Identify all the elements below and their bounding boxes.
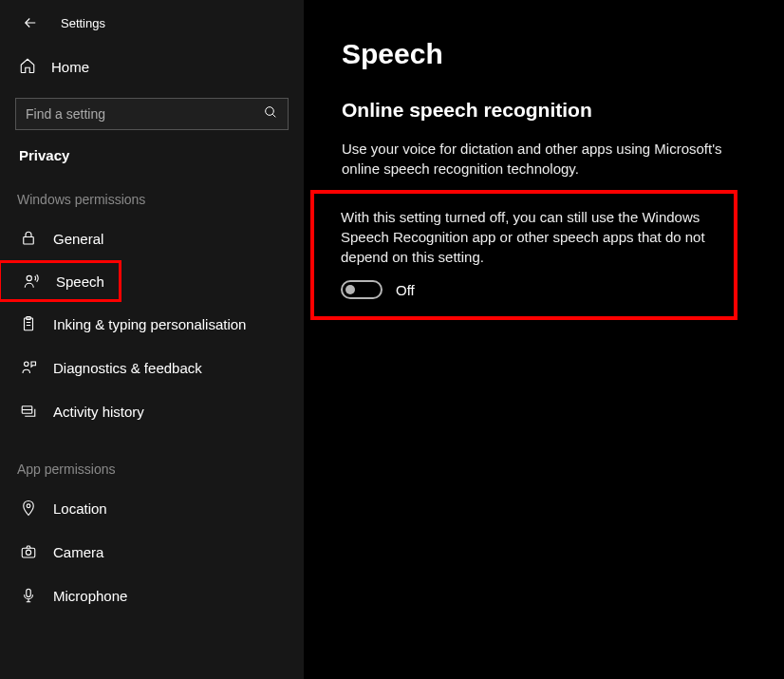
sidebar-item-label: Inking & typing personalisation <box>53 316 246 332</box>
svg-point-0 <box>266 107 274 116</box>
feedback-icon <box>19 358 38 377</box>
clipboard-icon <box>19 314 38 333</box>
microphone-icon <box>19 586 38 605</box>
sidebar-item-camera[interactable]: Camera <box>0 530 304 574</box>
sidebar-item-label: Microphone <box>53 588 127 604</box>
sidebar-item-location[interactable]: Location <box>0 486 304 530</box>
search-icon <box>263 104 278 123</box>
section-title: Online speech recognition <box>342 99 746 122</box>
toggle-state-label: Off <box>396 282 415 298</box>
online-speech-toggle[interactable] <box>341 280 383 299</box>
svg-point-2 <box>27 275 31 280</box>
sidebar-item-inking[interactable]: Inking & typing personalisation <box>0 302 304 346</box>
sidebar: Settings Home Privacy Windows permission… <box>0 0 304 679</box>
app-title: Settings <box>61 16 105 30</box>
sidebar-item-activity[interactable]: Activity history <box>0 389 304 433</box>
sidebar-item-label: General <box>53 231 103 247</box>
sidebar-item-microphone[interactable]: Microphone <box>0 574 304 617</box>
sidebar-item-label: Location <box>53 500 107 517</box>
location-icon <box>19 499 38 518</box>
lock-icon <box>19 229 38 248</box>
sidebar-section-privacy: Privacy <box>0 130 304 163</box>
person-speech-icon <box>22 272 41 291</box>
svg-rect-1 <box>24 237 34 245</box>
sidebar-item-label: Activity history <box>53 404 144 420</box>
svg-rect-10 <box>27 589 31 596</box>
sidebar-item-diagnostics[interactable]: Diagnostics & feedback <box>0 346 304 389</box>
titlebar: Settings <box>0 13 304 49</box>
sidebar-item-general[interactable]: General <box>0 217 304 260</box>
svg-point-7 <box>27 504 30 508</box>
group-header-app: App permissions <box>0 433 304 486</box>
toggle-description: With this setting turned off, you can st… <box>341 207 717 267</box>
group-header-windows: Windows permissions <box>0 163 304 217</box>
svg-point-5 <box>25 362 29 367</box>
page-title: Speech <box>342 38 746 70</box>
home-icon <box>19 57 36 77</box>
content-area: Speech Online speech recognition Use you… <box>304 0 784 679</box>
highlighted-setting-box: With this setting turned off, you can st… <box>310 190 737 320</box>
activity-history-icon <box>19 402 38 421</box>
camera-icon <box>19 542 38 561</box>
sidebar-item-label: Diagnostics & feedback <box>53 360 202 376</box>
toggle-row: Off <box>341 280 717 299</box>
toggle-thumb <box>345 285 355 294</box>
sidebar-item-label: Camera <box>53 544 103 560</box>
sidebar-item-label: Speech <box>56 273 104 290</box>
arrow-left-icon <box>22 14 39 31</box>
section-description: Use your voice for dictation and other a… <box>342 139 746 179</box>
search-input[interactable] <box>26 106 263 122</box>
sidebar-item-label: Home <box>51 59 89 75</box>
back-button[interactable] <box>21 13 40 32</box>
sidebar-item-speech[interactable]: Speech <box>0 260 121 302</box>
search-box[interactable] <box>15 98 289 130</box>
sidebar-item-home[interactable]: Home <box>0 49 304 85</box>
svg-point-9 <box>26 550 30 555</box>
